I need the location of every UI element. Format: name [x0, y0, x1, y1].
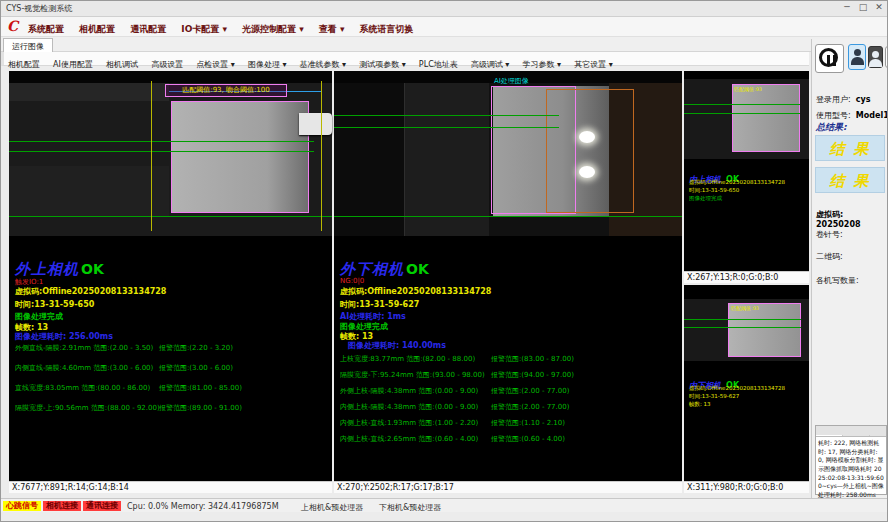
time-text: 时间:13-31-59-650 — [15, 299, 94, 310]
pause-button[interactable] — [815, 44, 844, 73]
barcode-text: 虚拟码:Offline20250208133134728 — [15, 286, 166, 297]
result-title-row: 外下相机OK — [340, 259, 429, 279]
machine-pillar-1 — [334, 83, 404, 236]
cell-block — [732, 84, 800, 152]
measure-text: 内侧直线-隔膜:4.60mm 范围:(3.00 - 6.00) — [15, 363, 153, 373]
preview-image[interactable]: 匹配阈值:93 — [684, 299, 809, 361]
pixel-coords-left: X:7677;Y:891;R:14;G:14;B:14 — [9, 481, 332, 493]
alarm-text: 报警范围:(89.00 - 91.00) — [159, 403, 242, 413]
menu-system-config[interactable]: 系统配置 — [23, 19, 69, 39]
overlay-green-line-1 — [9, 141, 314, 142]
qr-code-label: 二维码: — [816, 251, 843, 262]
camera-preview-inner-upper[interactable]: 匹配阈值:93 内上相机 OK 虚拟码:Offline2025020813313… — [684, 71, 809, 271]
alarm-text: 报警范围:(3.00 - 6.00) — [159, 363, 233, 373]
tab-connector — [299, 113, 332, 135]
alarm-text: 报警范围:(2.00 - 77.00) — [491, 386, 569, 396]
model-value: Model1 — [856, 111, 888, 120]
measure-text: 内侧上枝-隔膜:4.38mm 范围:(0.00 - 9.00) — [340, 402, 478, 412]
camera-view-outer-upper[interactable]: 匹配阈值:93, 吻合阈值:100 外上相机OK 触发IO:1 虚拟码:Offl… — [9, 71, 332, 481]
process-time-text: 图像处理耗时: 140.00ms — [348, 340, 446, 351]
write-count-label: 各机写数量: — [816, 275, 859, 286]
tool-test-params[interactable]: 测试项参数 ▾ — [355, 57, 410, 70]
log-panel: 运行日志设置日志报错日志 耗时: 222, 网络检测耗时: 17, 网络分类耗时… — [815, 425, 887, 495]
lower-camera-link-status: 下相机&预处理器 — [379, 502, 441, 513]
measure-text: 内侧上枝-直线:2.65mm 范围:(0.60 - 4.00) — [340, 434, 478, 444]
model-row: 使用型号: Model1 — [816, 103, 888, 122]
process-done-text: 图像处理完成 — [689, 195, 722, 202]
heartbeat-badge: 心跳信号 — [3, 501, 41, 511]
comm-link-badge: 通讯连接 — [83, 501, 121, 511]
ai-image-label: AI处理图像 — [494, 76, 529, 86]
camera-title: 外下相机 — [340, 260, 404, 278]
alarm-text: 报警范围:(0.60 - 4.00) — [491, 434, 565, 444]
user-login-button[interactable] — [848, 44, 866, 70]
pin-number-label: 卷针号: — [816, 229, 843, 240]
camera-image-outer-upper[interactable]: 匹配阈值:93, 吻合阈值:100 — [9, 71, 332, 236]
tool-camera-debug[interactable]: 相机调试 — [102, 57, 142, 70]
total-result-label: 总结果: — [816, 121, 847, 134]
control-sidebar: → 登录用户: cys 使用型号: Model1 总结果: 结 果 结 果 虚拟… — [811, 39, 888, 498]
barcode-field: 虚拟码: 20250208 — [816, 209, 888, 229]
tab-run-image[interactable]: 运行图像 — [3, 38, 53, 52]
overlay-green-line — [684, 104, 800, 105]
tool-other-settings[interactable]: 其它设置 ▾ — [570, 57, 617, 70]
overlay-green-line-3 — [334, 216, 682, 217]
pause-icon — [819, 48, 838, 67]
reflect-spot-2 — [579, 166, 595, 178]
measure-text: 上枝宽度:83.77mm 范围:(82.00 - 88.00) — [340, 354, 475, 364]
time-text: 时间:13-31-59-627 — [340, 299, 419, 310]
alarm-text: 报警范围:(94.00 - 97.00) — [491, 370, 574, 380]
measure-text: 外侧直线-隔膜:2.91mm 范围:(2.00 - 3.50) — [15, 343, 153, 353]
camera-image-outer-lower[interactable]: AI处理图像 — [334, 71, 682, 236]
alarm-text: 报警范围:(1.10 - 2.10) — [491, 418, 565, 428]
trigger-info: NG:0|0 — [340, 277, 364, 285]
menu-light-config[interactable]: 光源控制配置 ▾ — [237, 19, 309, 39]
alarm-text: 报警范围:(2.20 - 3.20) — [159, 343, 233, 353]
tool-image-processing[interactable]: 图像处理 ▾ — [244, 57, 291, 70]
menu-camera-config[interactable]: 相机配置 — [74, 19, 120, 39]
machine-pillar-2 — [404, 83, 489, 236]
tool-advanced-debug[interactable]: 高级调试 ▾ — [467, 57, 514, 70]
tool-spotcheck-settings[interactable]: 点检设置 ▾ — [192, 57, 239, 70]
cell-block — [728, 303, 801, 357]
user-icon — [869, 47, 882, 67]
close-icon[interactable]: ✕ — [871, 2, 887, 12]
log-content: 耗时: 222, 网络检测耗时: 17, 网络分类耗时: 0, 网络模板分割耗时… — [816, 437, 886, 502]
overlay-yellow-line-2 — [321, 81, 322, 231]
tool-plc-address-table[interactable]: PLC地址表 — [415, 57, 462, 70]
user-switch-button[interactable] — [868, 46, 883, 68]
alarm-text: 报警范围:(2.00 - 77.00) — [491, 402, 569, 412]
overlay-orange-rect — [546, 89, 634, 213]
camera-preview-inner-lower[interactable]: 匹配阈值:93 内下相机 OK 虚拟码:Offline2025020813313… — [684, 285, 809, 481]
tool-camera-config[interactable]: 相机配置 — [4, 57, 44, 70]
overlay-yellow-line-1 — [151, 81, 152, 231]
measure-text: 内侧上枝-直线:1.93mm 范围:(1.00 - 2.20) — [340, 418, 478, 428]
pixel-coords-preview-bottom: X:311;Y:980;R:0;G:0;B:0 — [684, 481, 809, 493]
title-bar: CYS-视觉检测系统 ─ □ ✕ — [1, 1, 888, 17]
frame-count-text: 帧数: 13 — [689, 401, 711, 408]
barcode-text: 虚拟码:Offline20250208133134728 — [689, 179, 785, 186]
overlay-green-line-1 — [334, 115, 559, 116]
menu-language-switch[interactable]: 系统语言切换 — [355, 19, 419, 39]
minimize-icon[interactable]: ─ — [839, 2, 855, 12]
threshold-label: 匹配阈值:93 — [734, 86, 762, 92]
camera-view-outer-lower[interactable]: AI处理图像 外下相机OK NG:0|0 虚拟码:Offline20250208… — [334, 71, 682, 481]
model-label: 使用型号: — [816, 111, 851, 120]
preview-image[interactable]: 匹配阈值:93 — [684, 79, 809, 159]
tool-advanced-settings[interactable]: 高级设置 — [147, 57, 187, 70]
menu-io-config[interactable]: IO卡配置 ▾ — [176, 19, 232, 39]
maximize-icon[interactable]: □ — [855, 2, 871, 12]
measure-text: 隔膜宽度-下:95.24mm 范围:(93.00 - 98.00) — [340, 370, 485, 380]
tool-baseline-params[interactable]: 基准线参数 ▾ — [296, 57, 351, 70]
menu-view[interactable]: 查看 ▾ — [314, 19, 350, 39]
menu-bar: C 系统配置 相机配置 通讯配置 IO卡配置 ▾ 光源控制配置 ▾ 查看 ▾ 系… — [1, 17, 888, 37]
menu-comm-config[interactable]: 通讯配置 — [125, 19, 171, 39]
tool-learning-params[interactable]: 学习参数 ▾ — [518, 57, 565, 70]
overlay-green-line — [684, 319, 801, 320]
camera-link-badge: 相机连接 — [43, 501, 81, 511]
tool-ai-config[interactable]: AI使用配置 — [49, 57, 97, 70]
status-bar: 心跳信号 相机连接 通讯连接 Cpu: 0.0% Memory: 3424.41… — [1, 498, 888, 512]
barcode-text: 虚拟码:Offline20250208133134728 — [340, 286, 491, 297]
app-logo-icon: C — [5, 19, 20, 34]
threshold-label: 匹配阈值:93, 吻合阈值:100 — [165, 84, 287, 97]
